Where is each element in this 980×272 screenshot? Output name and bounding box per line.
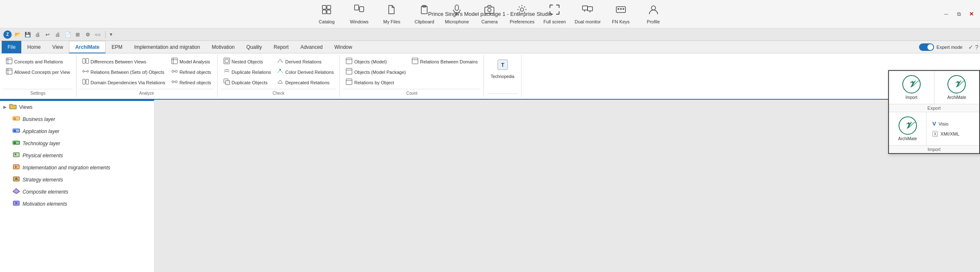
archimate-bottom-section: 𝒱 ArchiMate <box>889 112 927 145</box>
import-bottom-label: Import <box>889 145 979 153</box>
svg-rect-48 <box>225 81 230 85</box>
technology-layer-icon <box>13 139 20 147</box>
tab-implementation-migration[interactable]: Implementation and migration <box>128 41 206 53</box>
ribbon-domain-deps[interactable]: Domain Dependencies Via Relations <box>80 78 168 87</box>
ribbon-deprecated-relations[interactable]: Deprecated Relations <box>274 78 336 87</box>
sidebar-item-motivation[interactable]: Motivation elements <box>0 198 154 210</box>
ribbon-technopedia[interactable]: T Technopedia <box>487 57 518 81</box>
toolbar-profile[interactable]: Profile <box>641 4 666 24</box>
sidebar-item-business-layer[interactable]: Business layer <box>0 113 154 125</box>
profile-icon <box>648 4 659 18</box>
catalog-icon <box>321 4 332 18</box>
ribbon-model-analysis[interactable]: Model Analysis <box>169 57 214 66</box>
catalog-label: Catalog <box>319 19 334 24</box>
tab-window[interactable]: Window <box>329 41 358 53</box>
ribbon-concepts-relations[interactable]: Concepts and Relations <box>3 57 73 66</box>
ribbon-duplicate-relations[interactable]: Duplicate Relations <box>221 67 274 77</box>
restore-button[interactable]: ⧉ <box>954 10 963 19</box>
ribbon-nested-objects[interactable]: Nested Objects <box>221 57 274 66</box>
sidebar-item-physical-elements[interactable]: Physical elements <box>0 149 154 161</box>
tab-home[interactable]: Home <box>21 41 46 53</box>
dual-monitor-label: Dual monitor <box>575 19 600 24</box>
ribbon-color-derived-relations[interactable]: Color Derived Relations <box>274 67 336 77</box>
strategy-icon <box>13 176 20 184</box>
qa-extra-button[interactable]: ⊞ <box>73 30 82 39</box>
tab-view[interactable]: View <box>46 41 69 53</box>
derived-relations-icon <box>277 58 284 65</box>
svg-rect-45 <box>224 58 230 64</box>
svg-rect-34 <box>83 79 85 84</box>
qa-new-button[interactable]: Z <box>3 30 12 39</box>
toolbar-catalog[interactable]: Catalog <box>314 4 339 24</box>
relations-by-object-label: Relations by Object <box>354 80 394 85</box>
sidebar-item-views[interactable]: ▶ Views <box>0 101 154 113</box>
tab-file[interactable]: File <box>2 41 21 53</box>
technology-layer-label: Technology layer <box>23 141 60 146</box>
archimate-top-label: ArchiMate <box>947 95 966 100</box>
qa-open-button[interactable]: 📂 <box>13 30 22 39</box>
qa-grid-button[interactable]: ⚙ <box>84 30 92 39</box>
ribbon-duplicate-objects[interactable]: Duplicate Objects <box>221 78 274 87</box>
sidebar-item-strategy[interactable]: Strategy elements <box>0 174 154 186</box>
sidebar-item-impl-migration[interactable]: Implementation and migration elements <box>0 161 154 174</box>
ribbon-differences-views[interactable]: Differences Between Views <box>80 57 168 66</box>
xmi-xml-option[interactable]: X XMI/XML <box>931 130 975 138</box>
sidebar-item-application-layer[interactable]: Application layer <box>0 125 154 137</box>
toolbar-dual-monitor[interactable]: Dual monitor <box>575 4 600 24</box>
toolbar-my-files[interactable]: My Files <box>379 4 404 24</box>
deprecated-relations-label: Deprecated Relations <box>285 80 329 85</box>
archimate-bottom-logo: 𝒱 <box>899 116 917 135</box>
analyze-col1: Differences Between Views Relations Betw… <box>80 57 168 87</box>
composite-icon <box>13 188 20 196</box>
svg-rect-29 <box>83 58 85 63</box>
visio-option[interactable]: V Visio <box>931 120 975 128</box>
tab-epm[interactable]: EPM <box>106 41 128 53</box>
svg-rect-14 <box>582 6 587 10</box>
svg-rect-1 <box>327 5 331 9</box>
tab-report[interactable]: Report <box>268 41 294 53</box>
svg-point-50 <box>279 69 281 71</box>
qa-save-button[interactable]: 💾 <box>23 30 32 39</box>
close-button[interactable]: ✕ <box>967 10 976 19</box>
toolbar-fn-keys[interactable]: FN Keys <box>608 4 633 24</box>
ribbon-objects-model-package[interactable]: Objects (Model Package) <box>343 67 408 77</box>
ribbon-refined-objects-2[interactable]: Refined objects <box>169 78 214 87</box>
composite-label: Composite elements <box>23 189 68 195</box>
technopedia-group-label <box>487 93 518 96</box>
expert-mode-switch[interactable] <box>919 43 934 51</box>
objects-model-package-label: Objects (Model Package) <box>354 70 406 75</box>
ribbon-relations-between-domains[interactable]: Relations Between Domains <box>409 57 480 66</box>
ribbon-objects-model[interactable]: Objects (Model) <box>343 57 408 66</box>
analyze-label: Analyze <box>80 89 214 96</box>
toolbar-windows[interactable]: Windows <box>347 4 372 24</box>
tab-quality[interactable]: Quality <box>241 41 268 53</box>
ribbon-derived-relations[interactable]: Derived Relations <box>274 57 336 66</box>
qa-dropdown[interactable]: ▼ <box>109 32 113 37</box>
question-icon[interactable]: ? <box>975 44 978 50</box>
ribbon-refined-objects-1[interactable]: Refined objects <box>169 67 214 77</box>
sidebar-item-technology-layer[interactable]: Technology layer <box>0 137 154 149</box>
svg-rect-8 <box>455 5 458 10</box>
svg-point-32 <box>87 71 89 72</box>
tab-archimate[interactable]: ArchiMate <box>69 41 106 53</box>
qa-save2-button[interactable]: 🖨 <box>33 30 42 39</box>
full-screen-label: Full screen <box>543 19 566 24</box>
qa-pdf-button[interactable]: 📄 <box>63 30 72 39</box>
tab-advanced[interactable]: Advanced <box>294 41 328 53</box>
qa-undo-button[interactable]: ↩ <box>43 30 52 39</box>
tab-motivation[interactable]: Motivation <box>206 41 241 53</box>
menu-tabs: File Home View ArchiMate EPM Implementat… <box>0 41 980 53</box>
ribbon-relations-by-object[interactable]: Relations by Object <box>343 78 408 87</box>
check-label: Check <box>221 89 337 96</box>
differences-views-label: Differences Between Views <box>91 59 147 64</box>
ribbon-allowed-concepts[interactable]: Allowed Concepts per View <box>3 67 73 77</box>
import-archimate-logo: 𝒱 <box>902 75 921 93</box>
refined-objects-2-icon <box>171 78 178 86</box>
minimize-button[interactable]: ─ <box>942 10 951 19</box>
qa-print-button[interactable]: 🖨 <box>53 30 62 39</box>
svg-point-42 <box>172 81 174 83</box>
sidebar-item-composite[interactable]: Composite elements <box>0 186 154 198</box>
qa-circle-button[interactable]: ○○ <box>94 30 102 39</box>
ribbon-relations-sets[interactable]: Relations Between (Sets of) Objects <box>80 67 168 77</box>
checkmark-icon[interactable]: ✓ <box>968 44 973 50</box>
